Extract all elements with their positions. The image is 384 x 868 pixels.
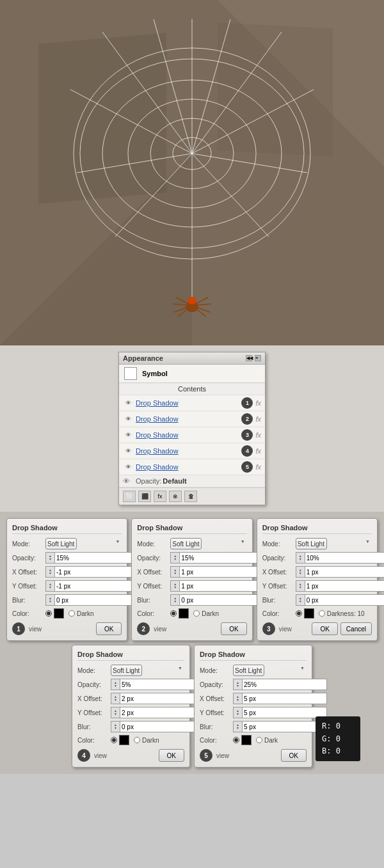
- opacity-input-4[interactable]: [120, 679, 205, 690]
- yoffset-input-4[interactable]: [120, 707, 205, 718]
- yoffset-label-5: Y Offset:: [200, 709, 233, 716]
- xoffset-input-3[interactable]: [305, 566, 384, 578]
- panel-collapse-btn[interactable]: ◀◀: [246, 355, 252, 361]
- layer-row-4[interactable]: 👁 Drop Shadow 4 fx: [119, 443, 265, 459]
- layer-row-5[interactable]: 👁 Drop Shadow 5 fx: [119, 459, 265, 475]
- opacity-input-2[interactable]: [179, 552, 264, 564]
- yoffset-spinner-1[interactable]: ▲▼: [45, 580, 54, 592]
- mode-select-5[interactable]: Soft Light: [233, 665, 264, 676]
- eye-icon-2[interactable]: 👁: [123, 415, 133, 423]
- mode-select-3[interactable]: Soft Light: [296, 538, 327, 549]
- darkness-radio-4[interactable]: [134, 737, 140, 743]
- xoffset-input-1[interactable]: [54, 566, 140, 578]
- ok-button-1[interactable]: OK: [96, 622, 122, 635]
- layer-link-2[interactable]: Drop Shadow: [136, 415, 239, 423]
- blur-spinner-2[interactable]: ▲▼: [170, 594, 179, 606]
- yoffset-input-5[interactable]: [242, 707, 327, 718]
- ok-button-3[interactable]: OK: [312, 622, 337, 635]
- ok-button-5[interactable]: OK: [281, 749, 307, 762]
- color-swatch-1[interactable]: [54, 608, 64, 619]
- opacity-spinner-2[interactable]: ▲▼: [170, 552, 179, 564]
- ok-button-2[interactable]: OK: [221, 622, 246, 635]
- xoffset-spinner-1[interactable]: ▲▼: [45, 566, 54, 578]
- blur-input-3[interactable]: [305, 594, 384, 606]
- darkness-radio-3[interactable]: [319, 610, 325, 617]
- footer-row-2: 2 view: [137, 622, 166, 635]
- eye-icon-3[interactable]: 👁: [123, 431, 133, 439]
- xoffset-spinner-5[interactable]: ▲▼: [233, 693, 242, 704]
- opacity-spinner-4[interactable]: ▲▼: [111, 679, 120, 690]
- blur-input-2[interactable]: [179, 594, 264, 606]
- color-radio-2[interactable]: [170, 610, 177, 617]
- color-radio-5[interactable]: [233, 737, 239, 743]
- toolbar-delete-btn[interactable]: 🗑: [184, 491, 197, 502]
- mode-select-wrapper-1[interactable]: Soft Light: [45, 538, 122, 549]
- color-radio-4[interactable]: [111, 737, 117, 743]
- mode-select-1[interactable]: Soft Light: [45, 538, 77, 549]
- color-radio-1[interactable]: [45, 610, 52, 617]
- toolbar-add-effect-btn[interactable]: ⬛: [138, 491, 151, 502]
- yoffset-input-1[interactable]: [54, 580, 140, 592]
- opacity-input-1[interactable]: [54, 552, 140, 564]
- xoffset-spinner-3[interactable]: ▲▼: [296, 566, 305, 578]
- panel-menu-btn[interactable]: ≡: [255, 355, 261, 361]
- ok-button-4[interactable]: OK: [159, 749, 184, 762]
- eye-icon-4[interactable]: 👁: [123, 447, 133, 455]
- layer-link-3[interactable]: Drop Shadow: [136, 431, 239, 439]
- blur-spinner-5[interactable]: ▲▼: [233, 721, 242, 732]
- yoffset-spinner-4[interactable]: ▲▼: [111, 707, 120, 718]
- blur-input-1[interactable]: [54, 594, 140, 606]
- opacity-spinner-5[interactable]: ▲▼: [233, 679, 242, 690]
- yoffset-spinner-5[interactable]: ▲▼: [233, 707, 242, 718]
- xoffset-input-4[interactable]: [120, 693, 205, 704]
- layer-link-1[interactable]: Drop Shadow: [136, 399, 239, 407]
- color-swatch-5[interactable]: [241, 735, 252, 745]
- mode-select-wrapper-5[interactable]: Soft Light: [233, 665, 307, 676]
- mode-select-wrapper-4[interactable]: Soft Light: [111, 665, 184, 676]
- mode-select-2[interactable]: Soft Light: [170, 538, 202, 549]
- footer-row-4: 4 view: [77, 749, 107, 762]
- yoffset-input-3[interactable]: [305, 580, 384, 592]
- xoffset-spinner-4[interactable]: ▲▼: [111, 693, 120, 704]
- toolbar-fx-btn[interactable]: fx: [154, 491, 166, 502]
- xoffset-input-2[interactable]: [179, 566, 264, 578]
- blur-spinner-1[interactable]: ▲▼: [45, 594, 54, 606]
- yoffset-input-2[interactable]: [179, 580, 264, 592]
- opacity-spinner-1[interactable]: ▲▼: [45, 552, 54, 564]
- blur-input-4[interactable]: [120, 721, 205, 732]
- preview-label-3: view: [279, 626, 292, 633]
- layer-row-2[interactable]: 👁 Drop Shadow 2 fx: [119, 411, 265, 427]
- mode-select-4[interactable]: Soft Light: [111, 665, 142, 676]
- darkness-radio-2[interactable]: [193, 610, 200, 617]
- blur-spinner-4[interactable]: ▲▼: [111, 721, 120, 732]
- color-swatch-2[interactable]: [179, 608, 189, 619]
- xoffset-spinner-2[interactable]: ▲▼: [170, 566, 179, 578]
- layer-link-4[interactable]: Drop Shadow: [136, 447, 239, 455]
- mode-select-wrapper-3[interactable]: Soft Light: [296, 538, 372, 549]
- blur-spinner-3[interactable]: ▲▼: [296, 594, 305, 606]
- color-swatch-4[interactable]: [119, 735, 129, 745]
- yoffset-spinner-2[interactable]: ▲▼: [170, 580, 179, 592]
- darkness-radio-5[interactable]: [256, 737, 262, 743]
- layer-link-5[interactable]: Drop Shadow: [136, 463, 239, 471]
- opacity-spinner-3[interactable]: ▲▼: [296, 552, 305, 564]
- layer-row-1[interactable]: 👁 Drop Shadow 1 fx: [119, 395, 265, 411]
- color-radio-3[interactable]: [296, 610, 302, 617]
- opacity-label-d5: Opacity:: [200, 681, 233, 688]
- footer-row-5: 5 view: [200, 749, 229, 762]
- blur-input-5[interactable]: [242, 721, 327, 732]
- yoffset-spinner-3[interactable]: ▲▼: [296, 580, 305, 592]
- opacity-input-5[interactable]: [242, 679, 327, 690]
- layer-row-3[interactable]: 👁 Drop Shadow 3 fx: [119, 427, 265, 443]
- cancel-button-3[interactable]: Cancel: [340, 622, 372, 635]
- color-swatch-3[interactable]: [304, 608, 314, 619]
- darkness-radio-1[interactable]: [68, 610, 75, 617]
- toolbar-new-layer-btn[interactable]: ⬜: [123, 491, 136, 502]
- eye-icon-5[interactable]: 👁: [123, 463, 133, 471]
- toolbar-stop-btn[interactable]: ⊗: [169, 491, 182, 502]
- eye-icon-1[interactable]: 👁: [123, 399, 133, 407]
- footer-row-3: 3 view: [262, 622, 292, 635]
- opacity-input-3[interactable]: [305, 552, 384, 564]
- xoffset-input-5[interactable]: [242, 693, 327, 704]
- mode-select-wrapper-2[interactable]: Soft Light: [170, 538, 246, 549]
